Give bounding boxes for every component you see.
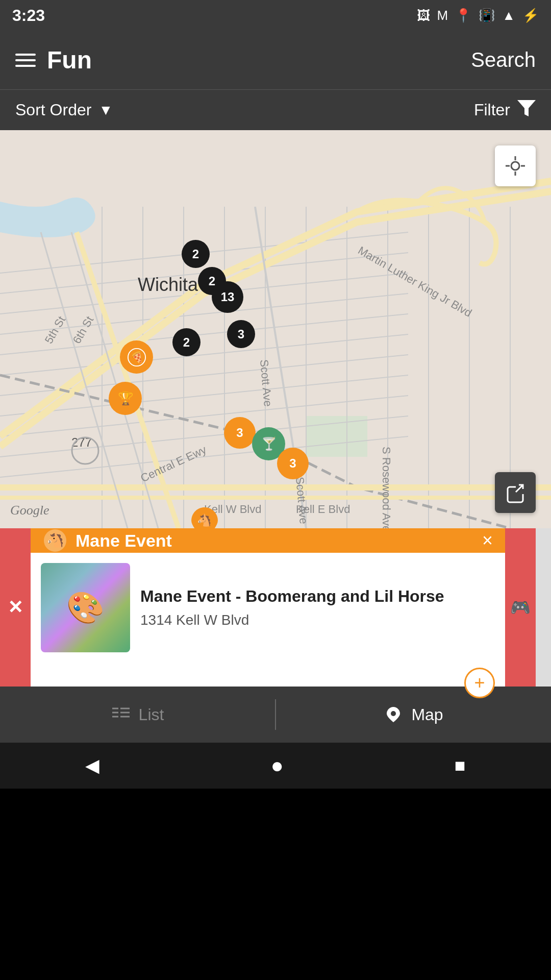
svg-text:🐴: 🐴: [197, 513, 212, 527]
svg-rect-2: [306, 416, 367, 457]
venue-image: 🎨: [41, 563, 130, 652]
venue-info: Mane Event - Boomerang and Lil Horse 131…: [140, 587, 495, 628]
svg-marker-0: [517, 100, 536, 116]
cluster-count: 2: [192, 247, 199, 261]
close-card-button[interactable]: ×: [482, 530, 493, 551]
sort-order-label: Sort Order: [15, 101, 91, 119]
next-card-button[interactable]: 🎮: [505, 528, 536, 687]
android-navigation: ◀ ● ■: [0, 743, 551, 789]
cluster-marker-13[interactable]: 13: [212, 281, 243, 313]
page-title: Fun: [47, 46, 92, 74]
status-bar: 3:23 🖼 M 📍 📳 ▲ ⚡: [0, 0, 551, 31]
cluster-count: 3: [236, 426, 243, 440]
battery-icon: ⚡: [522, 8, 539, 23]
status-icons: 🖼 M 📍 📳 ▲ ⚡: [417, 8, 539, 23]
info-card-section: ✕ 🐴 Mane Event × 🎨 Mane Event: [0, 528, 551, 687]
map-container[interactable]: 5th St 6th St Scott Ave Scott Ave S Rose…: [0, 130, 551, 528]
wifi-icon: ▲: [502, 8, 515, 23]
sort-order-button[interactable]: Sort Order ▼: [15, 101, 113, 119]
sort-filter-bar: Sort Order ▼ Filter: [0, 89, 551, 130]
locate-me-button[interactable]: [495, 145, 536, 186]
header: Fun Search: [0, 31, 551, 89]
info-card: 🐴 Mane Event × 🎨 Mane Event - Boomerang …: [31, 528, 505, 687]
venue-listing-title: Mane Event - Boomerang and Lil Horse: [140, 587, 495, 606]
filter-button[interactable]: Filter: [474, 100, 536, 120]
info-card-body: 🎨 Mane Event - Boomerang and Lil Horse 1…: [31, 553, 505, 663]
share-button[interactable]: [495, 472, 536, 513]
google-logo: Google: [10, 503, 49, 518]
filter-icon: [517, 100, 536, 120]
vibrate-icon: 📳: [479, 8, 495, 23]
list-tab-label: List: [139, 705, 164, 724]
back-button[interactable]: ◀: [85, 755, 99, 776]
venue-icon: 🐴: [43, 528, 67, 553]
search-button[interactable]: Search: [471, 48, 536, 71]
cluster-count: 13: [221, 290, 235, 304]
svg-text:🍸: 🍸: [261, 436, 277, 451]
email-icon: M: [437, 8, 448, 23]
cluster-count: 2: [183, 335, 190, 350]
svg-text:🐴: 🐴: [46, 531, 64, 548]
venue-address: 1314 Kell W Blvd: [140, 612, 495, 628]
cluster-marker-3b[interactable]: 3: [224, 417, 256, 449]
info-card-header-left: 🐴 Mane Event: [43, 528, 172, 553]
info-card-footer: +: [31, 663, 505, 705]
cluster-count: 3: [289, 456, 296, 471]
card-peek-right: [536, 528, 551, 687]
map-icon: [384, 705, 403, 724]
dismiss-left-button[interactable]: ✕: [0, 528, 31, 687]
gamepad-icon: 🎮: [510, 598, 531, 617]
selected-location-pin[interactable]: 🐴: [187, 505, 222, 528]
cluster-marker-2a[interactable]: 2: [182, 240, 210, 268]
svg-text:Kell E Blvd: Kell E Blvd: [296, 503, 350, 516]
svg-text:🏆: 🏆: [117, 390, 133, 406]
recents-button[interactable]: ■: [455, 755, 466, 776]
cluster-marker-3a[interactable]: 3: [227, 320, 255, 348]
photo-icon: 🖼: [417, 8, 430, 23]
svg-text:S Rosewood Ave: S Rosewood Ave: [380, 447, 393, 528]
info-card-header[interactable]: 🐴 Mane Event ×: [31, 528, 505, 553]
cluster-count: 3: [238, 327, 244, 341]
venue-name: Mane Event: [76, 531, 172, 551]
cluster-marker-2c[interactable]: 2: [172, 328, 201, 356]
google-label: Google: [10, 503, 49, 518]
svg-point-42: [511, 162, 519, 170]
map-tab-label: Map: [411, 705, 443, 724]
status-time: 3:23: [12, 6, 45, 25]
menu-button[interactable]: [15, 54, 36, 67]
food-marker[interactable]: 🍕: [120, 340, 153, 374]
chevron-down-icon: ▼: [98, 102, 113, 118]
home-button[interactable]: ●: [270, 753, 283, 778]
close-left-icon: ✕: [8, 597, 23, 618]
cluster-count: 2: [209, 274, 215, 288]
trophy-marker[interactable]: 🏆: [109, 382, 142, 415]
svg-point-55: [391, 711, 396, 716]
header-left: Fun: [15, 46, 92, 74]
svg-text:🍕: 🍕: [130, 350, 144, 363]
add-to-list-button[interactable]: +: [464, 668, 495, 698]
list-icon: [111, 705, 131, 724]
filter-label: Filter: [474, 101, 510, 119]
location-icon: 📍: [455, 8, 471, 23]
cluster-marker-3c[interactable]: 3: [277, 448, 309, 479]
